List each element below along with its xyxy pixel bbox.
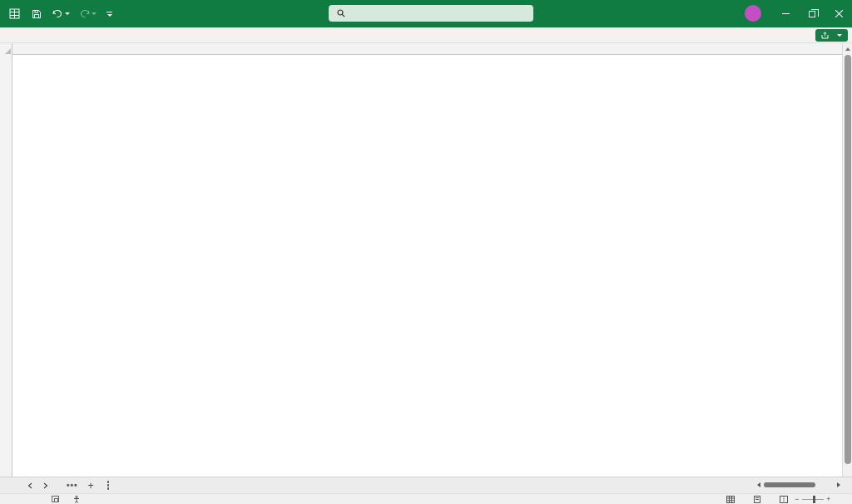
vertical-scroll-thumb[interactable]: [845, 55, 851, 464]
scroll-up-icon: [845, 47, 850, 51]
scroll-right-icon: [837, 482, 840, 487]
avatar[interactable]: [745, 5, 761, 22]
accessibility-status[interactable]: [73, 496, 83, 503]
redo-button[interactable]: [77, 5, 99, 23]
ribbon-tabs: [0, 27, 852, 43]
excel-app-icon[interactable]: [7, 5, 22, 23]
status-bar: − +: [0, 493, 852, 504]
zoom-slider-handle[interactable]: [813, 496, 815, 503]
excel-window: ••• + − +: [0, 0, 852, 504]
tab-options-kebab-icon[interactable]: [102, 477, 115, 493]
share-button[interactable]: [815, 29, 848, 42]
accessibility-icon: [73, 496, 80, 503]
prev-sheet-icon[interactable]: [22, 477, 37, 493]
sheet-tab-bar: ••• +: [0, 477, 852, 493]
column-headers: [0, 43, 842, 55]
next-sheet-icon[interactable]: [37, 477, 53, 493]
minimize-button[interactable]: [772, 0, 799, 27]
page-break-view-icon[interactable]: [780, 496, 788, 504]
restore-button[interactable]: [799, 0, 825, 27]
macro-record-icon[interactable]: [52, 496, 59, 502]
undo-button[interactable]: [50, 5, 72, 23]
vertical-scrollbar[interactable]: [842, 43, 852, 477]
select-all-corner[interactable]: [0, 43, 12, 55]
scroll-left-icon: [757, 482, 760, 487]
close-button[interactable]: [825, 0, 852, 27]
zoom-out-button[interactable]: −: [795, 495, 799, 503]
search-icon: [337, 9, 345, 17]
zoom-in-button[interactable]: +: [826, 495, 830, 503]
save-icon[interactable]: [29, 5, 44, 23]
title-bar: [0, 0, 852, 27]
horizontal-scroll-thumb[interactable]: [764, 482, 815, 487]
more-tabs-icon[interactable]: •••: [62, 477, 83, 493]
customize-quick-access-icon[interactable]: [104, 5, 115, 23]
horizontal-scrollbar[interactable]: [757, 479, 840, 491]
page-layout-view-icon[interactable]: [753, 496, 761, 504]
normal-view-icon[interactable]: [726, 496, 735, 504]
sheet-grid: [0, 55, 842, 477]
new-sheet-button[interactable]: +: [83, 477, 99, 493]
share-icon: [821, 32, 829, 39]
search-input[interactable]: [329, 5, 533, 22]
